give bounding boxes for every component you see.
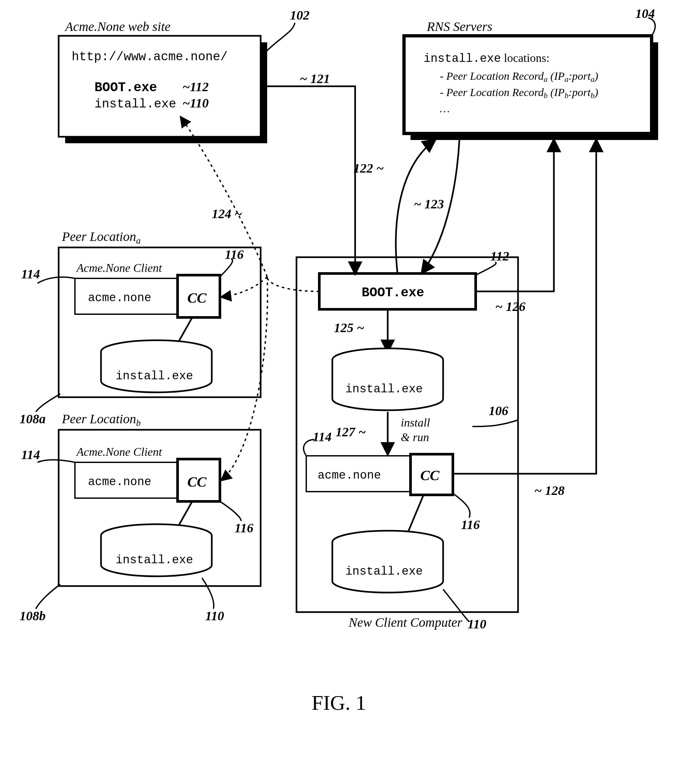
ref-112b: 112 bbox=[490, 249, 509, 263]
ref-110c: 110 bbox=[468, 617, 486, 631]
website-box: Acme.None web site http://www.acme.none/… bbox=[59, 8, 310, 143]
ref-123: ~ 123 bbox=[414, 197, 444, 211]
peer-a-install: install.exe bbox=[116, 370, 193, 383]
new-client-title: New Client Computer bbox=[348, 615, 462, 630]
ref-114b: 114 bbox=[21, 447, 40, 462]
newclient-boot-exe: BOOT.exe bbox=[362, 286, 424, 300]
rns-box: RNS Servers install.exe locations: - Pee… bbox=[404, 6, 658, 140]
newclient-acmenone: acme.none bbox=[318, 469, 381, 482]
peer-b-title: Peer Locationb bbox=[62, 412, 141, 428]
peer-b-client-label: Acme.None Client bbox=[76, 445, 162, 459]
ref-125: 125 ~ bbox=[334, 320, 364, 335]
peer-b-cc: CC bbox=[187, 474, 207, 490]
newclient-install-top-db: install.exe bbox=[332, 348, 443, 410]
ref-127: 127 ~ bbox=[335, 425, 366, 439]
website-install-exe: install.exe bbox=[95, 97, 176, 111]
ref-128: ~ 128 bbox=[534, 483, 564, 498]
ref-104: 104 bbox=[635, 6, 655, 21]
peer-a-client-label: Acme.None Client bbox=[76, 261, 162, 274]
rns-record-a: - Peer Location Recorda (IPa:porta) bbox=[440, 70, 598, 83]
ref-106: 106 bbox=[489, 403, 508, 418]
ref-122: 122 ~ bbox=[354, 161, 384, 176]
install-run-1: install bbox=[401, 416, 430, 429]
rns-ellipsis: … bbox=[440, 103, 450, 115]
ref-121: ~ 121 bbox=[300, 71, 330, 86]
peer-a-title: Peer Locationa bbox=[62, 229, 141, 246]
ref-114c: 114 bbox=[313, 429, 332, 444]
website-boot-exe: BOOT.exe bbox=[95, 81, 157, 95]
newclient-install-top: install.exe bbox=[345, 383, 423, 396]
svg-rect-3 bbox=[404, 36, 652, 134]
rns-record-b: - Peer Location Recordb (IPb:portb) bbox=[440, 86, 598, 100]
website-title: Acme.None web site bbox=[64, 19, 170, 34]
ref-124: 124 ~ bbox=[212, 207, 242, 221]
newclient-install-bottom-db: install.exe bbox=[332, 531, 443, 593]
peer-b-box: Peer Locationb Acme.None Client acme.non… bbox=[20, 412, 261, 623]
peer-b-acmenone: acme.none bbox=[88, 475, 151, 489]
ref-116b: 116 bbox=[235, 521, 254, 535]
peer-a-cc: CC bbox=[187, 290, 207, 306]
newclient-install-bottom: install.exe bbox=[345, 565, 423, 578]
ref-110b: 110 bbox=[205, 608, 224, 623]
rns-title: RNS Servers bbox=[427, 19, 492, 34]
ref-116c: 116 bbox=[461, 517, 480, 532]
ref-110a: ~110 bbox=[182, 96, 209, 110]
figure-label: FIG. 1 bbox=[312, 691, 366, 714]
peer-a-box: Peer Locationa Acme.None Client acme.non… bbox=[20, 229, 261, 426]
ref-126: ~ 126 bbox=[495, 299, 525, 314]
peer-a-acmenone: acme.none bbox=[88, 291, 151, 305]
ref-102: 102 bbox=[290, 8, 310, 22]
ref-108b: 108b bbox=[20, 608, 45, 623]
new-client-box: New Client Computer BOOT.exe 112 125 ~ i… bbox=[296, 249, 518, 631]
install-run-2: & run bbox=[401, 431, 429, 444]
ref-114a: 114 bbox=[21, 267, 40, 281]
peer-b-install: install.exe bbox=[116, 554, 193, 567]
ref-116a: 116 bbox=[225, 247, 244, 262]
website-url: http://www.acme.none/ bbox=[72, 50, 228, 64]
newclient-cc: CC bbox=[420, 468, 440, 484]
arrow-121 bbox=[261, 86, 355, 274]
ref-108a: 108a bbox=[20, 412, 45, 426]
ref-112a: ~112 bbox=[182, 79, 209, 94]
rns-heading: install.exe locations: bbox=[424, 51, 550, 65]
